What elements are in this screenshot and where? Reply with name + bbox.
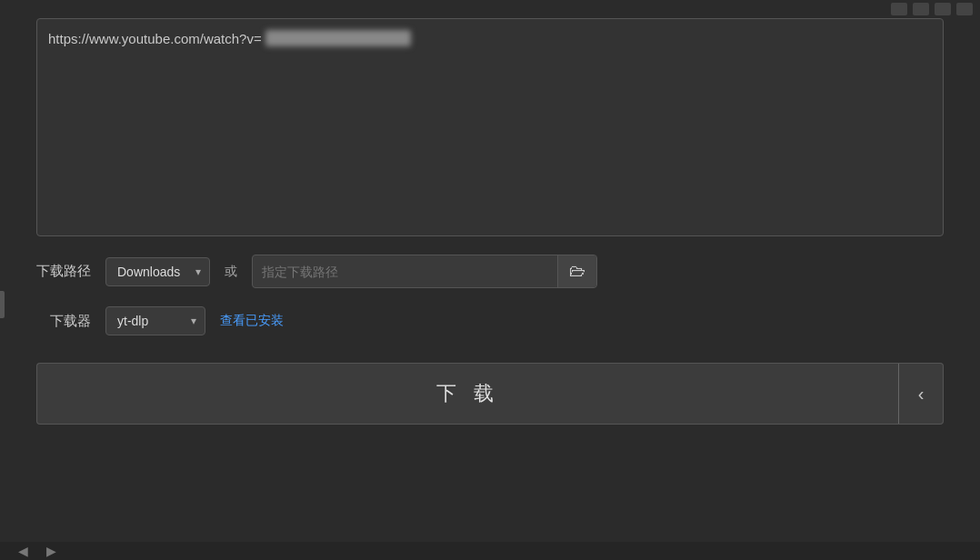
download-arrow-button[interactable]: ‹ <box>898 363 944 425</box>
url-display: https://www.youtube.com/watch?v= <box>48 30 932 46</box>
downloader-select-wrapper[interactable]: yt-dlp youtube-dl aria2c <box>105 306 205 335</box>
url-blurred-part <box>265 30 411 46</box>
download-path-label: 下载路径 <box>36 263 91 280</box>
bottom-bar: ◀ ▶ <box>0 542 980 560</box>
bottom-nav-button-1[interactable]: ◀ <box>18 544 28 558</box>
download-path-row: 下载路径 Downloads Desktop Documents Custom … <box>36 255 944 288</box>
download-arrow-icon: ‹ <box>918 384 925 405</box>
download-button-row: 下 载 ‹ <box>36 363 944 425</box>
custom-path-input[interactable] <box>253 258 557 285</box>
folder-icon: 🗁 <box>569 262 585 281</box>
top-bar-icon-2 <box>913 3 929 15</box>
download-path-select[interactable]: Downloads Desktop Documents Custom <box>105 257 210 286</box>
downloader-select[interactable]: yt-dlp youtube-dl aria2c <box>105 306 205 335</box>
main-container: https://www.youtube.com/watch?v= 下载路径 Do… <box>0 0 980 443</box>
downloader-label: 下载器 <box>36 313 91 330</box>
download-path-dropdown-wrapper[interactable]: Downloads Desktop Documents Custom <box>105 257 210 286</box>
view-installed-link[interactable]: 查看已安装 <box>220 313 284 329</box>
custom-path-input-wrapper[interactable]: 🗁 <box>252 255 597 288</box>
left-bar-indicator <box>0 291 5 318</box>
top-bar <box>884 0 980 18</box>
url-text-prefix: https://www.youtube.com/watch?v= <box>48 31 262 46</box>
or-separator: 或 <box>225 264 237 280</box>
top-bar-icon-4 <box>956 3 973 15</box>
bottom-nav-button-2[interactable]: ▶ <box>46 544 56 558</box>
url-input-area[interactable]: https://www.youtube.com/watch?v= <box>36 18 944 236</box>
top-bar-icon-1 <box>891 3 907 15</box>
download-main-button[interactable]: 下 载 <box>36 363 898 425</box>
top-bar-icon-3 <box>935 3 951 15</box>
browse-folder-button[interactable]: 🗁 <box>557 255 596 287</box>
downloader-row: 下载器 yt-dlp youtube-dl aria2c 查看已安装 <box>36 306 944 335</box>
